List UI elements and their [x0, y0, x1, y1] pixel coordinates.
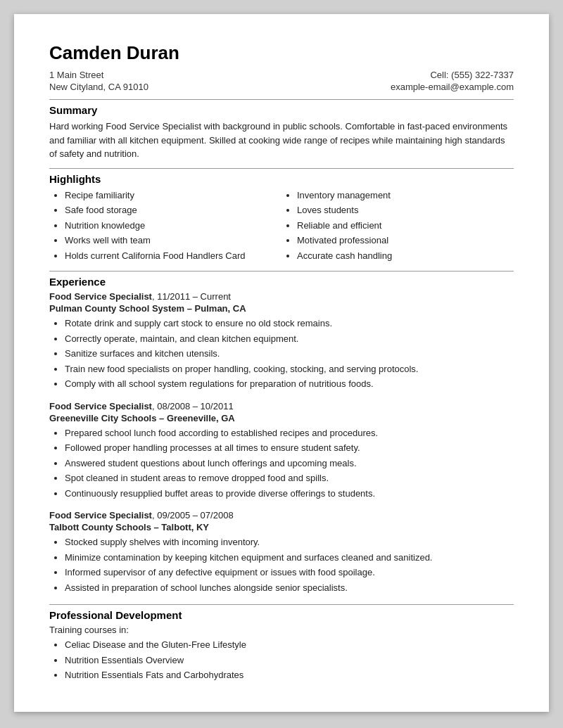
- prodev-course-item: Celiac Disease and the Gluten-Free Lifes…: [65, 638, 514, 652]
- highlights-section: Highlights Recipe familiaritySafe food s…: [49, 173, 514, 264]
- resume-page: Camden Duran 1 Main Street Cell: (555) 3…: [14, 14, 549, 712]
- exp-bullet-item: Train new food specialists on proper han…: [65, 362, 514, 376]
- highlights-right: Inventory managementLoves studentsReliab…: [282, 189, 514, 264]
- highlight-left-item: Holds current California Food Handlers C…: [65, 249, 282, 263]
- highlights-title: Highlights: [49, 173, 514, 185]
- highlight-right-item: Loves students: [297, 203, 514, 217]
- exp-job-title: Food Service Specialist: [49, 510, 152, 521]
- highlight-left-item: Nutrition knowledge: [65, 219, 282, 233]
- divider-highlights: [49, 168, 514, 169]
- highlight-left-item: Safe food storage: [65, 203, 282, 217]
- exp-bullets-list: Stocked supply shelves with incoming inv…: [49, 535, 514, 594]
- exp-company-line: Greeneville City Schools – Greeneville, …: [49, 413, 514, 423]
- highlight-left-item: Recipe familiarity: [65, 189, 282, 203]
- exp-bullet-item: Correctly operate, maintain, and clean k…: [65, 332, 514, 346]
- exp-bullet-item: Stocked supply shelves with incoming inv…: [65, 535, 514, 549]
- highlight-left-item: Works well with team: [65, 234, 282, 248]
- highlight-right-item: Motivated professional: [297, 234, 514, 248]
- prodev-course-item: Nutrition Essentials Overview: [65, 653, 514, 668]
- summary-section: Summary Hard working Food Service Specia…: [49, 104, 514, 161]
- email: example-email@example.com: [391, 82, 514, 92]
- exp-bullets-list: Prepared school lunch food according to …: [49, 426, 514, 501]
- exp-bullet-item: Sanitize surfaces and kitchen utensils.: [65, 347, 514, 361]
- highlights-left-list: Recipe familiaritySafe food storageNutri…: [49, 189, 282, 263]
- exp-job-title: Food Service Specialist: [49, 291, 152, 302]
- phone: Cell: (555) 322-7337: [430, 70, 514, 80]
- prodev-course-item: Nutrition Essentials Fats and Carbohydra…: [65, 668, 514, 682]
- exp-bullet-item: Continuously resupplied buffet areas to …: [65, 487, 514, 501]
- exp-bullet-item: Informed supervisor of any defective equ…: [65, 566, 514, 580]
- prodev-title: Professional Development: [49, 609, 514, 621]
- highlights-left: Recipe familiaritySafe food storageNutri…: [49, 189, 282, 264]
- summary-title: Summary: [49, 104, 514, 116]
- divider-summary: [49, 99, 514, 100]
- exp-bullet-item: Prepared school lunch food according to …: [65, 426, 514, 440]
- exp-title-line: Food Service Specialist, 08/2008 – 10/20…: [49, 401, 514, 411]
- prodev-intro: Training courses in:: [49, 625, 514, 635]
- prodev-courses-list: Celiac Disease and the Gluten-Free Lifes…: [49, 638, 514, 682]
- exp-bullets-list: Rotate drink and supply cart stock to en…: [49, 317, 514, 391]
- highlights-grid: Recipe familiaritySafe food storageNutri…: [49, 189, 514, 264]
- exp-bullet-item: Rotate drink and supply cart stock to en…: [65, 317, 514, 331]
- highlight-right-item: Accurate cash handling: [297, 249, 514, 263]
- highlight-right-item: Reliable and efficient: [297, 219, 514, 233]
- exp-bullet-item: Assisted in preparation of school lunche…: [65, 581, 514, 595]
- candidate-name: Camden Duran: [49, 42, 514, 64]
- exp-job-title: Food Service Specialist: [49, 401, 152, 411]
- divider-experience: [49, 271, 514, 272]
- address-line2: New Cityland, CA 91010: [49, 82, 148, 92]
- exp-bullet-item: Spot cleaned in student areas to remove …: [65, 471, 514, 485]
- experience-job-block: Food Service Specialist, 08/2008 – 10/20…: [49, 401, 514, 501]
- exp-bullet-item: Followed proper handling processes at al…: [65, 441, 514, 455]
- highlight-right-item: Inventory management: [297, 189, 514, 203]
- divider-prodev: [49, 604, 514, 605]
- header: Camden Duran 1 Main Street Cell: (555) 3…: [49, 42, 514, 92]
- summary-body: Hard working Food Service Specialist wit…: [49, 120, 514, 161]
- exp-bullet-item: Answered student questions about lunch o…: [65, 456, 514, 471]
- prodev-section: Professional Development Training course…: [49, 609, 514, 682]
- experience-job-block: Food Service Specialist, 09/2005 – 07/20…: [49, 510, 514, 594]
- experience-section: Experience Food Service Specialist, 11/2…: [49, 276, 514, 594]
- exp-bullet-item: Comply with all school system regulation…: [65, 377, 514, 391]
- highlights-right-list: Inventory managementLoves studentsReliab…: [282, 189, 514, 263]
- experience-title: Experience: [49, 276, 514, 288]
- exp-title-line: Food Service Specialist, 09/2005 – 07/20…: [49, 510, 514, 521]
- exp-bullet-item: Minimize contamination by keeping kitche…: [65, 551, 514, 565]
- experience-job-block: Food Service Specialist, 11/2011 – Curre…: [49, 291, 514, 391]
- exp-company-line: Pulman County School System – Pulman, CA: [49, 303, 514, 314]
- exp-company-line: Talbott County Schools – Talbott, KY: [49, 522, 514, 532]
- address-line1: 1 Main Street: [49, 70, 103, 80]
- exp-title-line: Food Service Specialist, 11/2011 – Curre…: [49, 291, 514, 302]
- experience-jobs: Food Service Specialist, 11/2011 – Curre…: [49, 291, 514, 594]
